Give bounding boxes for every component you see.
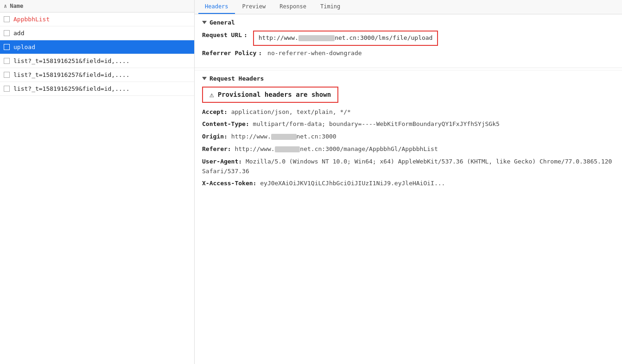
- item-label: list?_t=1581916257&field=id,....: [13, 71, 129, 78]
- header-value: multipart/form-data; boundary=----WebKit…: [253, 120, 500, 127]
- header-entry-3: Referer: http://www. net.cn:3000/manage/…: [202, 144, 615, 154]
- header-value: eyJ0eXAiOiJKV1QiLCJhbGciOiJIUzI1NiJ9.eyJ…: [260, 180, 445, 187]
- url-blurred: [298, 35, 335, 41]
- header-entry-2: Origin: http://www. net.cn:3000: [202, 132, 615, 142]
- referrer-policy-label: Referrer Policy: [202, 49, 256, 58]
- tabs-container: HeadersPreviewResponseTiming: [198, 0, 348, 14]
- checkbox[interactable]: [4, 16, 10, 22]
- general-section-title: General: [202, 19, 615, 26]
- item-label: AppbbhList: [13, 16, 50, 23]
- list-item-add[interactable]: add: [0, 26, 194, 40]
- checkbox[interactable]: [4, 58, 10, 64]
- checkbox[interactable]: [4, 30, 10, 36]
- item-label: list?_t=1581916251&field=id,....: [13, 57, 129, 64]
- provisional-text: Provisional headers are shown: [218, 91, 331, 98]
- header-label: X-Access-Token:: [202, 180, 260, 187]
- blurred-value: [275, 146, 300, 152]
- header-entry-0: Accept: application/json, text/plain, */…: [202, 107, 615, 117]
- column-header-label: Name: [10, 3, 23, 9]
- header-value: application/json, text/plain, */*: [231, 108, 351, 115]
- left-panel: ∧ Name AppbbhListadduploadlist?_t=158191…: [0, 0, 195, 364]
- referrer-policy-row: Referrer Policy : no-referrer-when-downg…: [202, 49, 615, 58]
- url-prefix: http://www.: [259, 34, 298, 41]
- referrer-policy-value: no-referrer-when-downgrade: [267, 49, 362, 58]
- checkbox[interactable]: [4, 86, 10, 92]
- header-value: http://www.: [235, 145, 274, 152]
- tab-timing[interactable]: Timing: [314, 0, 347, 14]
- item-label: add: [13, 30, 24, 37]
- list-item-appbbhlist[interactable]: AppbbhList: [0, 13, 194, 26]
- request-list: AppbbhListadduploadlist?_t=1581916251&fi…: [0, 13, 194, 96]
- content-area: General Request URL : http://www. net.cn…: [195, 14, 622, 196]
- header-entry-1: Content-Type: multipart/form-data; bound…: [202, 119, 615, 129]
- header-label: User-Agent:: [202, 158, 246, 165]
- header-label: Referer:: [202, 145, 235, 152]
- list-item-list1[interactable]: list?_t=1581916251&field=id,....: [0, 54, 194, 68]
- blurred-value: [271, 134, 297, 140]
- headers-list: Accept: application/json, text/plain, */…: [202, 107, 615, 189]
- header-value: Mozilla/5.0 (Windows NT 10.0; Win64; x64…: [202, 158, 612, 175]
- request-url-value: http://www. net.cn:3000/lms/file/upload: [253, 31, 438, 46]
- list-item-upload[interactable]: upload: [0, 40, 194, 54]
- tab-preview[interactable]: Preview: [236, 0, 273, 14]
- list-item-list3[interactable]: list?_t=1581916259&field=id,....: [0, 82, 194, 96]
- list-item-list2[interactable]: list?_t=1581916257&field=id,....: [0, 68, 194, 82]
- tab-response[interactable]: Response: [273, 0, 313, 14]
- item-label: upload: [13, 44, 35, 50]
- header-entry-4: User-Agent: Mozilla/5.0 (Windows NT 10.0…: [202, 157, 615, 176]
- request-headers-section: Request Headers ⚠️ Provisional headers a…: [195, 70, 622, 196]
- general-section: General Request URL : http://www. net.cn…: [195, 14, 622, 66]
- header-label: Accept:: [202, 108, 231, 115]
- triangle-icon-2: [202, 77, 207, 80]
- checkbox[interactable]: [4, 72, 10, 78]
- tabs-bar: HeadersPreviewResponseTiming: [195, 0, 622, 14]
- right-panel: HeadersPreviewResponseTiming General Req…: [195, 0, 622, 364]
- header-value-suffix: net.cn:3000: [297, 133, 336, 140]
- sort-icon: ∧: [4, 3, 7, 9]
- warning-icon: ⚠️: [209, 90, 214, 99]
- url-suffix: net.cn:3000/lms/file/upload: [335, 34, 432, 41]
- header-value-suffix: net.cn:3000/manage/AppbbhGl/AppbbhList: [300, 145, 438, 152]
- request-url-row: Request URL : http://www. net.cn:3000/lm…: [202, 31, 615, 46]
- checkbox[interactable]: [4, 44, 10, 50]
- header-label: Content-Type:: [202, 120, 253, 127]
- request-headers-title: Request Headers: [202, 75, 615, 82]
- header-label: Origin:: [202, 133, 231, 140]
- provisional-warning-box: ⚠️ Provisional headers are shown: [202, 87, 338, 103]
- item-label: list?_t=1581916259&field=id,....: [13, 85, 129, 92]
- header-entry-5: X-Access-Token: eyJ0eXAiOiJKV1QiLCJhbGci…: [202, 179, 615, 188]
- name-column-header: ∧ Name: [0, 0, 194, 13]
- tab-headers[interactable]: Headers: [198, 0, 235, 14]
- triangle-icon: [202, 21, 207, 24]
- header-value: http://www.: [231, 133, 271, 140]
- request-url-label: Request URL: [202, 31, 242, 46]
